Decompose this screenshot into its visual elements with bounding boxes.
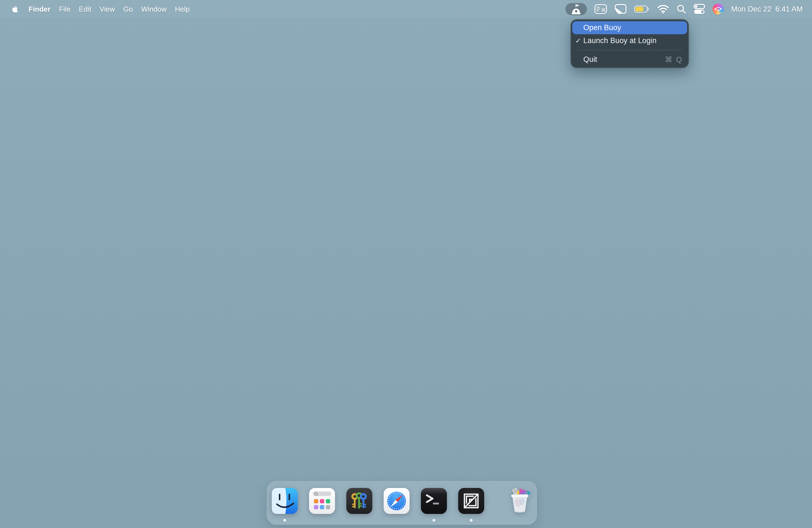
dock-passwords-icon[interactable] xyxy=(346,487,373,514)
clock-date: Mon Dec 22 xyxy=(731,5,771,14)
running-indicator xyxy=(284,519,286,522)
active-app-menu[interactable]: Finder xyxy=(24,0,55,18)
spotlight-search-icon xyxy=(677,4,686,14)
menu-item-label: Launch Buoy at Login xyxy=(583,36,656,45)
menu-item-shortcut: ⌘ Q xyxy=(665,55,683,64)
menu-item-launch-buoy-at-login[interactable]: ✓ Launch Buoy at Login xyxy=(572,34,687,47)
apple-icon xyxy=(12,5,18,13)
wifi-menu-extra[interactable] xyxy=(657,0,669,18)
clock-time: 6:41 AM xyxy=(775,5,802,14)
menu-item-quit[interactable]: Quit ⌘ Q xyxy=(572,53,687,66)
dock-apps-icon[interactable] xyxy=(308,487,336,514)
command-panel-menu-extra[interactable]: ⌘ xyxy=(594,0,607,18)
menu-bar-left: Finder File Edit View Go Window Help xyxy=(0,0,194,18)
menu-file[interactable]: File xyxy=(55,0,75,18)
running-indicator xyxy=(433,519,435,522)
menu-help[interactable]: Help xyxy=(171,0,193,18)
command-panel-icon: ⌘ xyxy=(594,4,607,14)
buoy-icon xyxy=(571,3,581,15)
running-indicator xyxy=(470,519,473,522)
svg-text:⌘: ⌘ xyxy=(601,7,606,13)
checkmark-icon: ✓ xyxy=(575,36,581,44)
buoy-dropdown-menu: Open Buoy ✓ Launch Buoy at Login Quit ⌘ … xyxy=(570,19,689,68)
menu-item-open-buoy[interactable]: Open Buoy xyxy=(572,21,687,34)
dock-trash-icon[interactable] xyxy=(506,487,533,514)
siri-icon xyxy=(713,4,724,15)
menu-bar-clock[interactable]: Mon Dec 22 6:41 AM xyxy=(731,5,802,14)
control-center-icon xyxy=(694,4,705,14)
menu-edit[interactable]: Edit xyxy=(75,0,95,18)
dock-finder-icon[interactable] xyxy=(271,487,298,514)
menu-go[interactable]: Go xyxy=(119,0,137,18)
dock-zed-icon[interactable] xyxy=(458,487,485,514)
menu-bar-status-area: ⌘ xyxy=(565,0,812,18)
peel-sticker-icon xyxy=(614,4,627,14)
control-center-menu-extra[interactable] xyxy=(694,0,705,18)
dock xyxy=(267,481,537,525)
menu-view[interactable]: View xyxy=(95,0,119,18)
siri-menu-extra[interactable] xyxy=(713,0,724,18)
dock-terminal-icon[interactable] xyxy=(420,487,447,514)
dock-safari-icon[interactable] xyxy=(383,487,410,514)
menu-item-label: Open Buoy xyxy=(583,24,621,32)
spotlight-menu-extra[interactable] xyxy=(677,0,686,18)
battery-low-power-icon xyxy=(634,5,650,13)
menu-item-label: Quit xyxy=(583,55,597,64)
wifi-icon xyxy=(657,4,669,14)
apple-menu[interactable] xyxy=(10,0,20,18)
battery-menu-extra[interactable] xyxy=(634,0,650,18)
peel-menu-extra[interactable] xyxy=(614,0,627,18)
buoy-menu-extra[interactable] xyxy=(565,3,587,15)
menu-window[interactable]: Window xyxy=(137,0,171,18)
menu-bar: Finder File Edit View Go Window Help xyxy=(0,0,812,18)
